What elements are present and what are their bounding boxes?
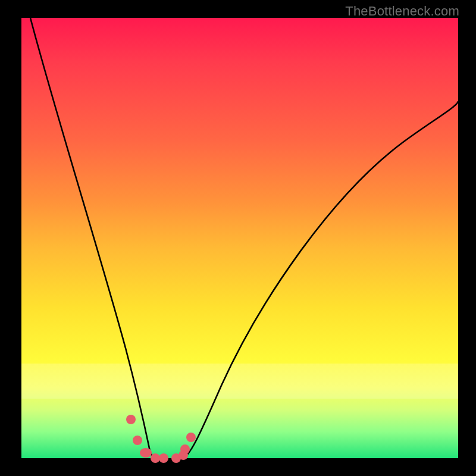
marker-group <box>126 415 196 463</box>
right-curve <box>182 101 458 458</box>
left-curve <box>30 18 156 458</box>
plot-area <box>21 18 458 458</box>
chart-frame: TheBottleneck.com <box>0 0 476 476</box>
svg-point-3 <box>151 453 160 463</box>
svg-point-4 <box>159 453 168 463</box>
svg-point-0 <box>126 415 136 424</box>
svg-point-8 <box>186 433 196 442</box>
svg-point-1 <box>133 436 142 445</box>
svg-point-7 <box>180 444 190 454</box>
watermark-text: TheBottleneck.com <box>345 4 459 19</box>
curves-svg <box>21 18 458 458</box>
svg-point-2 <box>140 448 152 458</box>
